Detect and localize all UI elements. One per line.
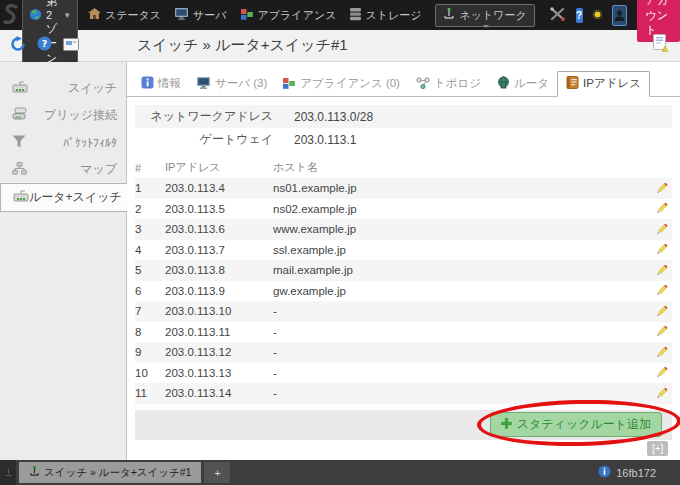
row-host: - [273, 367, 650, 379]
row-num: 5 [135, 264, 165, 276]
edit-row-button[interactable] [650, 386, 672, 401]
nav-item-server[interactable]: サーバ [175, 8, 227, 23]
tab-label: 情報 [158, 76, 181, 91]
network-address-label: ネットワークアドレス [135, 108, 273, 125]
help-circle-icon[interactable]: ? [37, 36, 52, 55]
sidebar-item-label: マップ [27, 161, 126, 178]
row-num: 3 [135, 223, 165, 235]
col-header-num: # [135, 162, 165, 174]
tab-info[interactable]: 情報 [133, 72, 189, 96]
sakura-cloud-logo-icon[interactable] [0, 3, 22, 27]
help-glyph: ? [576, 10, 582, 21]
wrench-icon[interactable] [549, 6, 566, 24]
ip-table-row: 4 203.0.113.7 ssl.example.jp [135, 240, 672, 261]
tab-label: IPアドレス [583, 76, 641, 91]
tab-topology[interactable]: トポロジ [408, 72, 489, 96]
build-id: 16fb172 [616, 467, 656, 479]
person-icon[interactable] [612, 5, 627, 26]
pencil-icon [654, 222, 669, 237]
edit-row-button[interactable] [650, 222, 672, 237]
add-static-route-label: スタティックルート追加 [517, 416, 651, 433]
expand-badge[interactable]: [+] [647, 441, 668, 456]
ip-table-row: 6 203.0.113.9 gw.example.jp [135, 281, 672, 302]
zone-selector[interactable]: 石狩第2ゾーン ▼ [22, 0, 78, 69]
tab-label: ルータ [514, 76, 549, 91]
row-host: - [273, 326, 650, 338]
sidebar-item-label: ﾊﾟｹｯﾄﾌｨﾙﾀ [26, 136, 126, 150]
ip-address-panel: ネットワークアドレス 203.0.113.0/28 ゲートウェイ 203.0.1… [127, 97, 680, 440]
sidebar: スイッチ ブリッジ接続 ﾊﾟｹｯﾄﾌｨﾙﾀ マップ [0, 62, 127, 460]
edit-row-button[interactable] [650, 283, 672, 298]
col-header-ip: IPアドレス [165, 160, 273, 175]
refresh-icon[interactable] [10, 36, 26, 56]
sidebar-item-map[interactable]: マップ [0, 156, 126, 183]
edit-row-button[interactable] [650, 201, 672, 216]
pencil-icon [654, 242, 669, 257]
ip-table-header: # IPアドレス ホスト名 [135, 157, 672, 178]
top-bar: 石狩第2ゾーン ▼ ステータス サーバ アプライアンス [0, 0, 680, 30]
row-ip: 203.0.113.9 [165, 285, 273, 297]
ip-table-row: 1 203.0.113.4 ns01.example.jp [135, 178, 672, 199]
globe-icon [29, 8, 42, 23]
tab-bar: 情報 サーバ (3) アプライアンス (0) [127, 71, 680, 97]
edit-row-button[interactable] [650, 304, 672, 319]
row-num: 9 [135, 346, 165, 358]
switch-icon [12, 81, 28, 96]
ip-table-row: 10 203.0.113.13 - [135, 363, 672, 384]
monitor-icon [197, 77, 211, 91]
help-icon[interactable]: ? [576, 8, 583, 23]
row-num: 10 [135, 367, 165, 379]
edit-row-button[interactable] [650, 242, 672, 257]
pencil-icon [654, 201, 669, 216]
gateway-row: ゲートウェイ 203.0.113.1 [135, 128, 672, 151]
add-static-route-button[interactable]: スタティックルート追加 [490, 412, 662, 437]
new-tab-button[interactable]: + [204, 462, 230, 483]
network-icon [29, 466, 40, 479]
row-host: gw.example.jp [273, 285, 650, 297]
ip-book-icon [566, 76, 579, 91]
row-ip: 203.0.113.13 [165, 367, 273, 379]
ip-table: # IPアドレス ホスト名 1 203.0.113.4 ns01.example… [135, 157, 672, 404]
edit-row-button[interactable] [650, 263, 672, 278]
window-capture-icon[interactable] [63, 37, 79, 55]
pencil-icon [654, 283, 669, 298]
sidebar-item-label: ルータ+スイッチ [29, 189, 131, 206]
nav-item-storage[interactable]: ストレージ [350, 8, 421, 23]
network-address-row: ネットワークアドレス 203.0.113.0/28 [135, 105, 672, 128]
sidebar-item-router-switch[interactable]: ルータ+スイッチ [0, 183, 127, 212]
sidebar-item-switch[interactable]: スイッチ [0, 75, 126, 102]
row-num: 2 [135, 203, 165, 215]
switch-icon [13, 190, 29, 205]
yellow-dot-icon [593, 9, 602, 21]
document-alert-icon[interactable] [652, 34, 668, 57]
pencil-icon [654, 365, 669, 380]
ip-table-row: 8 203.0.113.11 - [135, 322, 672, 343]
sidebar-item-bridge[interactable]: ブリッジ接続 [0, 102, 126, 129]
tab-router[interactable]: ルータ [489, 72, 557, 96]
nav-item-network[interactable]: ネットワーク [435, 4, 534, 27]
nav-item-status[interactable]: ステータス [88, 8, 161, 23]
nav-item-appliance[interactable]: アプライアンス [241, 8, 337, 23]
edit-row-button[interactable] [650, 365, 672, 380]
row-host: - [273, 305, 650, 317]
ip-table-row: 2 203.0.113.5 ns02.example.jp [135, 199, 672, 220]
row-ip: 203.0.113.4 [165, 182, 273, 194]
open-resource-tab-label: スイッチ » ルータ+スイッチ#1 [44, 466, 191, 480]
app-window: 石狩第2ゾーン ▼ ステータス サーバ アプライアンス [0, 0, 680, 485]
home-icon [88, 8, 101, 22]
sidebar-item-packet-filter[interactable]: ﾊﾟｹｯﾄﾌｨﾙﾀ [0, 129, 126, 156]
tab-appliance[interactable]: アプライアンス (0) [275, 72, 408, 96]
edit-row-button[interactable] [650, 181, 672, 196]
info-circle-icon[interactable] [598, 465, 611, 480]
nav-label: サーバ [193, 8, 227, 23]
open-resource-tab[interactable]: スイッチ » ルータ+スイッチ#1 [19, 462, 201, 483]
ip-table-row: 7 203.0.113.10 - [135, 301, 672, 322]
taskbar-corner-icon [0, 460, 16, 485]
info-square-icon [141, 76, 154, 91]
pencil-icon [654, 181, 669, 196]
edit-row-button[interactable] [650, 345, 672, 360]
row-host: ns02.example.jp [273, 203, 650, 215]
tab-ip-address[interactable]: IPアドレス [557, 71, 650, 97]
edit-row-button[interactable] [650, 324, 672, 339]
tab-server[interactable]: サーバ (3) [189, 72, 275, 96]
